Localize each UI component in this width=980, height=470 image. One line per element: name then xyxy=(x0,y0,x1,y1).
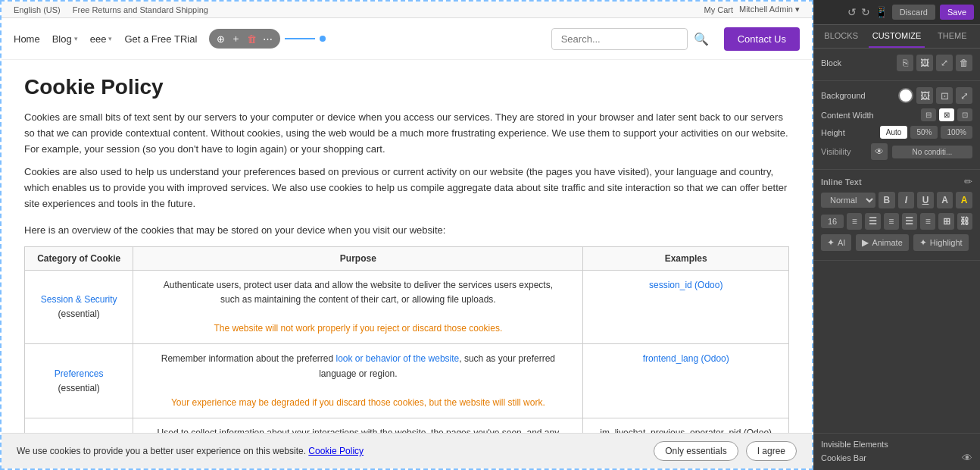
add-icon[interactable]: ＋ xyxy=(231,32,241,45)
image-block-button[interactable]: 🖼 xyxy=(916,55,933,71)
top-bar-right: My Cart Mitchell Admin ▾ xyxy=(704,5,800,14)
widget-dot xyxy=(320,36,326,42)
invisible-elements-row: Invisible Elements xyxy=(821,440,972,449)
italic-button[interactable]: I xyxy=(898,192,915,208)
width-btn-2[interactable]: ⊠ xyxy=(939,108,954,121)
delete-icon[interactable]: 🗑 xyxy=(247,33,257,45)
font-size-input[interactable]: 16 xyxy=(821,215,844,228)
copy-block-button[interactable]: ⎘ xyxy=(897,55,913,71)
height-auto-button[interactable]: Auto xyxy=(880,126,908,139)
search-input[interactable] xyxy=(551,28,688,50)
size-align-row: 16 ≡ ☰ ≡ ☰ ≡ ⊞ ⛓ xyxy=(821,213,972,230)
discard-button[interactable]: Discard xyxy=(892,5,935,20)
tab-theme[interactable]: THEME xyxy=(925,25,980,48)
format-row: Normal B I U A A xyxy=(821,192,972,208)
inline-title-row: Inline Text ✏ xyxy=(821,176,972,187)
nav-eee[interactable]: eee ▾ xyxy=(90,33,113,45)
cookie-bar: We use cookies to provide you a better u… xyxy=(2,433,812,468)
table-row: Preferences (essential) Remember informa… xyxy=(25,344,789,418)
visibility-toggle[interactable]: 👁 xyxy=(871,143,888,160)
bg-color-swatch[interactable] xyxy=(898,88,913,103)
cookie-bar-text: We use cookies to provide you a better u… xyxy=(17,446,364,456)
bg-image-button[interactable]: 🖼 xyxy=(916,87,933,104)
panel-tabs: BLOCKS CUSTOMIZE THEME xyxy=(813,25,980,49)
block-row: Block ⎘ 🖼 ⤢ 🗑 xyxy=(821,55,972,71)
highlight-button[interactable]: ✦ Highlight xyxy=(913,234,969,251)
i-agree-button[interactable]: I agree xyxy=(746,441,797,461)
search-bar-area: 🔍 xyxy=(551,28,709,50)
cookies-bar-label: Cookies Bar xyxy=(821,453,866,462)
contact-us-button[interactable]: Contact Us xyxy=(724,27,800,51)
format-select[interactable]: Normal xyxy=(821,193,875,208)
width-btn-full[interactable]: ⊡ xyxy=(957,108,972,121)
inline-text-section: Inline Text ✏ Normal B I U A A 16 ≡ ☰ ≡ … xyxy=(813,170,980,261)
row2-category: Preferences (essential) xyxy=(25,344,133,418)
content-width-label: Content Width xyxy=(821,111,874,120)
move-icon[interactable]: ⊕ xyxy=(217,33,225,45)
list-ol-button[interactable]: ≡ xyxy=(920,213,935,230)
height-100-button[interactable]: 100% xyxy=(941,126,972,139)
table-insert-button[interactable]: ⊞ xyxy=(938,213,953,230)
user-menu[interactable]: Mitchell Admin ▾ xyxy=(739,5,800,14)
only-essentials-button[interactable]: Only essentials xyxy=(654,441,738,461)
bg-expand-button[interactable]: ⤢ xyxy=(956,87,972,104)
blog-arrow-icon: ▾ xyxy=(74,35,78,42)
search-button[interactable]: 🔍 xyxy=(694,32,709,46)
row1-category: Session & Security (essential) xyxy=(25,270,133,344)
underline-button[interactable]: U xyxy=(917,192,934,208)
panel-topbar: ↺ ↻ 📱 Discard Save xyxy=(813,0,980,25)
background-section: Background 🖼 ⊡ ⤢ Content Width ⊟ ⊠ ⊡ Hei… xyxy=(813,81,980,170)
bg-label: Background xyxy=(821,91,866,100)
align-right-button[interactable]: ≡ xyxy=(884,213,899,230)
tab-blocks[interactable]: BLOCKS xyxy=(813,25,869,48)
page-para1: Cookies are small bits of text sent by o… xyxy=(24,110,789,157)
bg-video-button[interactable]: ⊡ xyxy=(936,87,953,104)
cart-link[interactable]: My Cart xyxy=(704,5,734,14)
align-center-button[interactable]: ☰ xyxy=(865,213,880,230)
invisible-elements-label: Invisible Elements xyxy=(821,440,888,449)
save-button[interactable]: Save xyxy=(940,5,974,20)
undo-button[interactable]: ↺ xyxy=(847,6,857,18)
inline-edit-button[interactable]: ✏ xyxy=(964,176,972,187)
move-block-button[interactable]: ⤢ xyxy=(936,55,953,71)
height-50-button[interactable]: 50% xyxy=(910,126,938,139)
redo-button[interactable]: ↻ xyxy=(861,6,870,18)
col-header-purpose: Purpose xyxy=(133,246,583,270)
ai-button[interactable]: ✦ AI xyxy=(821,234,851,251)
nav-trial[interactable]: Get a Free TRial xyxy=(124,33,197,45)
row1-purpose: Authenticate users, protect user data an… xyxy=(133,270,583,344)
width-btn-1[interactable]: ⊟ xyxy=(921,108,936,121)
cookies-bar-visibility-button[interactable]: 👁 xyxy=(962,452,972,464)
cookie-policy-link[interactable]: Cookie Policy xyxy=(308,446,364,456)
more-icon[interactable]: ⋯ xyxy=(263,33,273,45)
page-content: Cookie Policy Cookies are small bits of … xyxy=(2,60,812,468)
col-header-category: Category of Cookie xyxy=(25,246,133,270)
text-color-button[interactable]: A xyxy=(937,192,953,208)
align-left-button[interactable]: ≡ xyxy=(847,213,862,230)
link-button[interactable]: ⛓ xyxy=(957,213,972,230)
col-header-examples: Examples xyxy=(583,246,789,270)
nav-home[interactable]: Home xyxy=(14,33,40,45)
visibility-condition-dropdown[interactable]: No conditi... xyxy=(892,146,972,158)
row1-examples: session_id (Odoo) xyxy=(583,270,789,344)
action-row: ✦ AI ▶ Animate ✦ Highlight xyxy=(821,234,972,251)
block-label: Block xyxy=(821,58,841,67)
device-icon[interactable]: 📱 xyxy=(875,6,888,18)
row2-examples: frontend_lang (Odoo) xyxy=(583,344,789,418)
locale-selector[interactable]: English (US) xyxy=(14,5,61,14)
nav-blog[interactable]: Blog ▾ xyxy=(52,33,78,45)
highlight-color-button[interactable]: A xyxy=(956,192,972,208)
delete-block-button[interactable]: 🗑 xyxy=(956,55,972,71)
animate-icon: ▶ xyxy=(862,237,869,248)
tab-customize[interactable]: CUSTOMIZE xyxy=(869,25,924,48)
block-section: Block ⎘ 🖼 ⤢ 🗑 xyxy=(813,49,980,81)
invisible-elements-section: Invisible Elements Cookies Bar 👁 xyxy=(813,433,980,470)
bold-button[interactable]: B xyxy=(879,192,895,208)
block-icons: ⎘ 🖼 ⤢ 🗑 xyxy=(897,55,972,71)
highlight-icon: ✦ xyxy=(919,237,927,248)
main-content-area: English (US) Free Returns and Standard S… xyxy=(0,0,813,470)
bg-controls: 🖼 ⊡ ⤢ xyxy=(898,87,972,104)
list-ul-button[interactable]: ☰ xyxy=(902,213,917,230)
animate-button[interactable]: ▶ Animate xyxy=(856,234,908,251)
eee-arrow-icon: ▾ xyxy=(108,35,112,42)
